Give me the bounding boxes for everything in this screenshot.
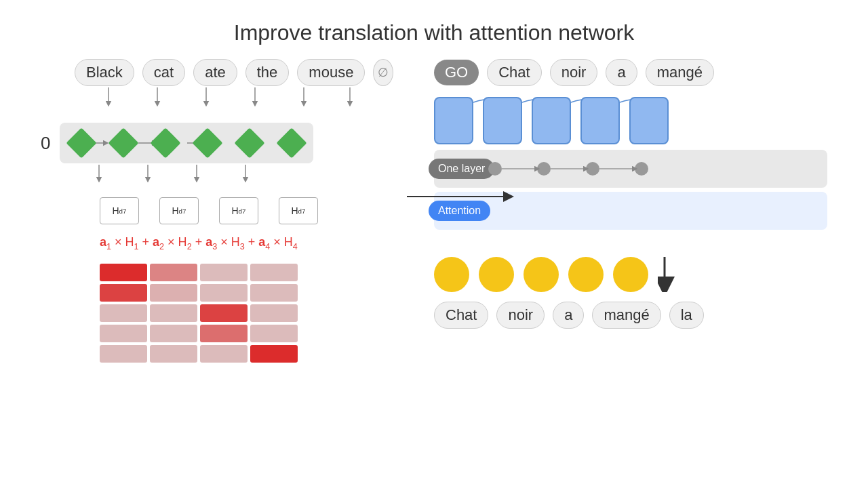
decoder-block-3 [532, 97, 571, 144]
yellow-circle-1 [434, 257, 469, 292]
attention-label: Attention [429, 201, 490, 221]
svg-point-18 [635, 162, 648, 176]
token-the: the [245, 59, 290, 86]
decoder-block-5 [629, 97, 669, 144]
output-tokens-bottom: Chat noir a mangé la [434, 302, 827, 329]
decoder-blocks-row [434, 97, 827, 144]
yellow-circle-5 [613, 257, 648, 292]
heatmap-cell [200, 345, 248, 363]
heatmap-cell [250, 284, 298, 302]
yellow-circles-row [434, 257, 827, 292]
heatmap-cell [200, 284, 248, 302]
page-title: Improve translation with attention netwo… [0, 0, 868, 45]
decoder-block-4 [580, 97, 620, 144]
big-arrow-down [658, 257, 698, 292]
token-null: ∅ [373, 59, 393, 86]
svg-point-15 [488, 162, 502, 176]
formula-text: a1 × H1 + a2 × H2 + a3 × H3 + a4 × H4 [100, 235, 298, 251]
heatmap-cell [200, 325, 248, 342]
heatmap [100, 264, 303, 363]
h-box-4: Hd7 [279, 197, 318, 224]
attention-formula: a1 × H1 + a2 × H2 + a3 × H3 + a4 × H4 [100, 235, 393, 251]
right-panel: GO Chat noir a mangé [420, 59, 827, 363]
token-mouse: mouse [297, 59, 365, 86]
decoder-block-2 [483, 97, 522, 144]
svg-point-17 [586, 162, 599, 176]
token-ate: ate [193, 59, 237, 86]
heatmap-cell [150, 264, 197, 281]
h-box-2: Hd7 [159, 197, 199, 224]
h-box-3: Hd7 [219, 197, 258, 224]
decoder-block-1 [434, 97, 473, 144]
heatmap-cell [100, 345, 147, 363]
zero-label: 0 [41, 133, 50, 154]
yellow-circle-2 [479, 257, 514, 292]
heatmap-cell [150, 284, 197, 302]
token-black: Black [75, 59, 134, 86]
heatmap-cell [150, 304, 197, 322]
heatmap-cell [250, 325, 298, 342]
heatmap-cell [100, 304, 147, 322]
heatmap-cell [150, 325, 197, 342]
token-a-top: a [606, 59, 637, 86]
heatmap-cell [100, 325, 147, 342]
input-tokens-row: Black cat ate the mouse ∅ [75, 59, 393, 86]
heatmap-cell [200, 304, 248, 322]
svg-point-16 [537, 162, 551, 176]
hidden-down-arrows [75, 163, 400, 182]
heatmap-cell [200, 264, 248, 281]
heatmap-cell [150, 345, 197, 363]
output-tokens-top: GO Chat noir a mangé [434, 59, 827, 86]
down-arrows-svg [75, 86, 400, 106]
token-go: GO [434, 60, 479, 85]
yellow-circle-3 [524, 257, 559, 292]
vert-arrows-mid [434, 230, 773, 243]
token-mange-top: mangé [646, 59, 714, 86]
token-noir-bottom: noir [496, 302, 545, 329]
heatmap-cell [250, 264, 298, 281]
heatmap-cell [100, 264, 147, 281]
decoder-section: One layer [434, 97, 827, 230]
token-chat-top: Chat [487, 59, 541, 86]
token-noir-top: noir [550, 59, 598, 86]
token-la-bottom: la [669, 302, 704, 329]
hidden-states-row: Hd7 Hd7 Hd7 Hd7 [100, 197, 393, 224]
heatmap-cell [250, 304, 298, 322]
heatmap-cell [100, 284, 147, 302]
attention-band: Attention [434, 192, 827, 230]
token-a-bottom: a [553, 302, 584, 329]
encoder-row: 0 [41, 123, 393, 163]
h-box-1: Hd7 [100, 197, 139, 224]
token-cat: cat [142, 59, 185, 86]
token-chat-bottom: Chat [434, 302, 488, 329]
heatmap-cell [250, 345, 298, 363]
left-panel: Black cat ate the mouse ∅ 0 [41, 59, 393, 363]
one-layer-svg [434, 150, 773, 188]
one-layer-band: One layer [434, 150, 827, 188]
token-mange-bottom: mangé [592, 302, 660, 329]
encoder-bg [60, 123, 313, 163]
yellow-circle-4 [568, 257, 604, 292]
